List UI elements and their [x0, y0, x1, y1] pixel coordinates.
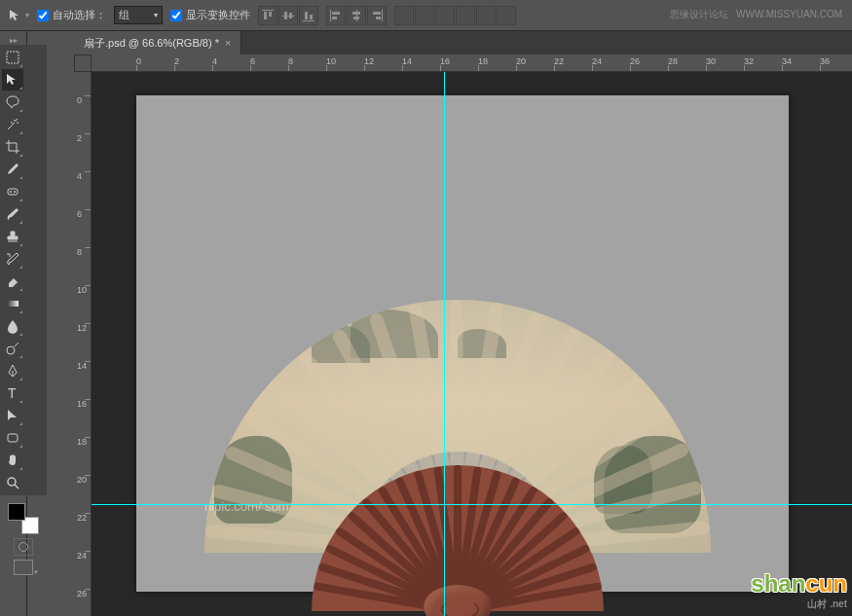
eyedropper-tool[interactable]	[2, 159, 23, 180]
dodge-tool[interactable]	[2, 338, 23, 359]
auto-select-checkbox[interactable]: 自动选择：	[37, 8, 106, 22]
align-top-icon[interactable]	[258, 6, 278, 25]
auto-select-mode-dropdown[interactable]: 组▾	[114, 6, 163, 24]
svg-rect-17	[376, 17, 381, 19]
svg-point-20	[10, 191, 12, 193]
svg-rect-6	[303, 20, 315, 21]
svg-rect-3	[282, 16, 294, 17]
ruler-origin[interactable]	[74, 54, 92, 72]
svg-point-26	[8, 478, 16, 486]
distribute-hcenter-icon[interactable]	[476, 6, 496, 25]
svg-rect-16	[373, 12, 381, 15]
header-watermark: 思缘设计论坛 WWW.MISSYUAN.COM	[670, 8, 842, 21]
svg-rect-14	[353, 17, 359, 19]
svg-rect-4	[284, 12, 287, 19]
hand-tool[interactable]	[2, 450, 23, 471]
canvas-watermark: nipic.com/ som	[204, 499, 289, 514]
marquee-tool[interactable]	[2, 47, 23, 68]
crop-tool[interactable]	[2, 136, 23, 158]
svg-text:T: T	[8, 385, 17, 401]
panel-collapse-icon[interactable]: ▸▸	[0, 35, 26, 45]
svg-rect-0	[262, 10, 274, 11]
fan-artwork[interactable]	[204, 300, 711, 611]
svg-rect-1	[264, 12, 267, 19]
svg-rect-22	[7, 301, 19, 307]
stamp-tool[interactable]	[2, 226, 23, 247]
vertical-guide[interactable]	[444, 72, 445, 616]
eraser-tool[interactable]	[2, 271, 23, 292]
svg-rect-12	[356, 10, 357, 21]
zoom-tool[interactable]	[2, 472, 23, 493]
svg-rect-10	[332, 12, 340, 15]
horizontal-guide[interactable]	[92, 504, 852, 505]
align-right-icon[interactable]	[367, 6, 387, 25]
history-brush-tool[interactable]	[2, 248, 23, 270]
show-transform-checkbox[interactable]: 显示变换控件	[170, 8, 250, 22]
distribute-bottom-icon[interactable]	[435, 6, 455, 25]
text-tool[interactable]: T	[2, 382, 23, 404]
align-left-icon[interactable]	[326, 6, 346, 25]
auto-select-label: 自动选择：	[53, 8, 106, 22]
brush-tool[interactable]	[2, 203, 23, 225]
blur-tool[interactable]	[2, 315, 23, 337]
svg-rect-13	[352, 12, 360, 15]
color-swatches: ▾	[0, 495, 47, 583]
foreground-color-swatch[interactable]	[8, 503, 25, 521]
path-select-tool[interactable]	[2, 405, 23, 426]
panel-dock-left: ▸▸ T	[0, 31, 27, 616]
svg-rect-15	[382, 10, 383, 21]
lasso-tool[interactable]	[2, 91, 23, 113]
quick-mask-toggle[interactable]	[14, 538, 33, 556]
align-buttons-group-1	[258, 6, 318, 25]
options-bar: ▾ 自动选择： 组▾ 显示变换控件 思缘设计论坛 WWW.MISSYUAN.CO…	[0, 0, 852, 31]
svg-point-23	[7, 346, 15, 354]
distribute-left-icon[interactable]	[456, 6, 475, 25]
svg-rect-7	[305, 12, 308, 19]
document-tab[interactable]: 扇子.psd @ 66.6%(RGB/8) * ×	[74, 31, 241, 54]
svg-rect-19	[8, 189, 18, 195]
svg-rect-11	[332, 17, 337, 19]
move-tool[interactable]	[2, 69, 23, 91]
shape-tool[interactable]	[2, 427, 23, 449]
show-transform-label: 显示变换控件	[186, 8, 250, 22]
distribute-vcenter-icon[interactable]	[415, 6, 434, 25]
toolbox: T	[0, 45, 47, 495]
svg-rect-9	[330, 10, 331, 21]
align-bottom-icon[interactable]	[299, 6, 318, 25]
current-tool-indicator[interactable]: ▾	[8, 8, 29, 23]
canvas[interactable]: nipic.com/ som	[136, 95, 789, 592]
gradient-tool[interactable]	[2, 293, 23, 314]
svg-rect-2	[269, 12, 272, 17]
vertical-ruler[interactable]: 02468101214161820222426	[74, 72, 92, 616]
shancun-logo: shancun 山村 .net	[751, 570, 847, 611]
svg-rect-5	[289, 13, 292, 18]
canvas-viewport[interactable]: nipic.com/ som	[92, 72, 852, 616]
svg-point-21	[14, 191, 16, 193]
patch-tool[interactable]	[2, 181, 23, 202]
magic-wand-tool[interactable]	[2, 114, 23, 135]
distribute-buttons-group	[394, 6, 516, 25]
document-tab-bar: 扇子.psd @ 66.6%(RGB/8) * ×	[74, 31, 852, 54]
svg-rect-8	[310, 15, 313, 19]
distribute-top-icon[interactable]	[394, 6, 414, 25]
document-tab-title: 扇子.psd @ 66.6%(RGB/8) *	[84, 36, 219, 51]
close-icon[interactable]: ×	[225, 37, 231, 49]
horizontal-ruler[interactable]: 02468101214161820222426283032343638	[92, 54, 852, 72]
pen-tool[interactable]	[2, 360, 23, 381]
svg-rect-25	[8, 434, 18, 442]
distribute-right-icon[interactable]	[497, 6, 516, 25]
svg-rect-18	[7, 52, 19, 63]
align-buttons-group-2	[326, 6, 387, 25]
screen-mode-toggle[interactable]: ▾	[14, 560, 33, 575]
align-vcenter-icon[interactable]	[278, 6, 298, 25]
align-hcenter-icon[interactable]	[347, 6, 366, 25]
